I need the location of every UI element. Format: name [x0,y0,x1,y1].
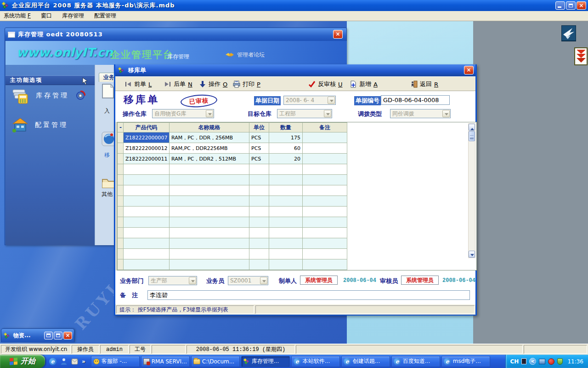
inventory-close-button[interactable]: × [333,30,343,39]
doc-no-input[interactable]: GD-08-06-04-0008 [381,95,450,105]
src-warehouse-combo[interactable]: 自用物资G库 [152,109,214,118]
dst-warehouse-label: 目标仓库 [248,110,271,118]
col-product-code[interactable]: 产品代码 [124,123,170,132]
col-qty[interactable]: 数量 [269,123,303,132]
clerk-combo[interactable]: SZ0001 [228,276,268,285]
operator-value-pane: admin [100,345,129,354]
dept-combo[interactable]: 生产部 [148,276,197,285]
menu-inventory[interactable]: 库存管理 [62,12,84,20]
menu-config[interactable]: 配置管理 [94,12,116,20]
dialog-close-button[interactable]: × [464,66,474,75]
sidebar-item-label: 配置管理 [35,121,68,129]
taskbar-button-rma[interactable]: RMA SERVICE [141,356,190,367]
vertical-scrollbar[interactable] [468,123,475,258]
mini-restore-button[interactable] [44,332,53,339]
action-button[interactable]: 操作O [197,79,229,90]
inventory-window-title: 库存管理 oedt 20080513 [18,30,103,39]
task-buttons: 客服部 -... RMA SERVICE C:\Docum... 库存管理...… [91,356,490,367]
next-doc-button[interactable]: 后单N [162,79,194,90]
table-row-empty[interactable] [118,228,347,238]
dropdown-arrow-icon[interactable] [206,110,213,117]
table-row-empty[interactable] [118,207,347,217]
keyboard-icon[interactable] [521,358,526,364]
table-row-empty[interactable] [118,175,347,185]
table-row-empty[interactable] [118,259,347,270]
messenger-quicklaunch-icon[interactable] [60,357,68,365]
dropdown-arrow-icon[interactable] [442,110,450,117]
handshake-icon [225,52,234,58]
table-row[interactable]: Z182222000012 RAM,PC，DDR2256MB PCS 60 [118,143,347,154]
menu-system[interactable]: 系统功能F [4,12,31,20]
table-row[interactable]: Z182222000007 RAM，PC，DDR，256MB PCS 175 [118,132,347,143]
taskbar-button-inventory[interactable]: 库存管理... [241,356,290,367]
minimize-button[interactable] [555,1,565,10]
taskbar-button-support[interactable]: 客服部 -... [91,356,140,367]
dropdown-arrow-icon[interactable] [328,97,335,104]
taskbar-button-topic[interactable]: e 创建话题... [341,356,390,367]
col-note[interactable]: 备注 [303,123,347,132]
module-name: 库存管理 [167,53,189,61]
client-area: RUYI 库存管理 oedt 20080513 × www.onlyIT.cn … [0,21,588,344]
bird-app-icon[interactable] [561,25,576,44]
taskbar-button-explorer[interactable]: C:\Docum... [191,356,240,367]
remark-input[interactable]: 李连碧 [147,290,470,300]
dept-label: 业务部门 [120,277,144,285]
scroll-up-button[interactable] [469,124,475,131]
app-icon [243,358,250,365]
scroll-down-button[interactable] [469,251,475,258]
table-row-empty[interactable] [118,217,347,228]
sidebar-item-config[interactable]: 配置管理 [12,116,68,134]
dropdown-arrow-icon[interactable] [260,277,267,284]
scrollbar-thumb[interactable] [469,131,475,141]
doc-no-label: 单据编号 [354,96,381,105]
unaudit-button[interactable]: 反审核U [306,79,345,90]
mini-maximize-button[interactable] [54,332,62,339]
table-row-empty[interactable] [118,238,347,249]
quicklaunch-overflow-chevron[interactable]: » [82,358,85,365]
table-row-empty[interactable] [118,164,347,175]
minimized-materials-window[interactable]: 物资... × [1,328,74,342]
dropdown-arrow-icon[interactable] [189,277,196,284]
print-button[interactable]: 打印P [231,79,262,90]
download-app-icon[interactable] [574,47,588,67]
start-button[interactable]: 开始 [0,355,45,368]
table-row-empty[interactable] [118,249,347,259]
outlook-quicklaunch-icon[interactable] [71,357,79,365]
close-button[interactable]: × [577,1,586,10]
forum-link[interactable]: 管理者论坛 [225,51,265,59]
transfer-type-combo[interactable]: 同价调拨 [390,109,451,118]
taskbar-button-site[interactable]: e 本站软件... [291,356,340,367]
app-icon [93,358,100,365]
inbound-doc-icon[interactable] [102,83,114,100]
dropdown-arrow-icon[interactable] [324,110,331,117]
ati-tray-icon[interactable] [548,358,554,365]
hint-text: 提示： 按F5键选择产品，F3键显示单据列表 [116,305,254,314]
ie-quicklaunch-icon[interactable]: e [49,357,57,365]
empty-pane [152,345,186,354]
language-indicator[interactable]: CH [510,358,519,365]
mini-close-button[interactable]: × [63,332,72,339]
return-button[interactable]: 返回R [408,79,440,90]
menu-window[interactable]: 窗口 [41,12,52,20]
desktop-gray-area [473,21,588,344]
cursor-icon [81,77,89,86]
worker-id-pane: 工号 [130,345,151,354]
taskbar-button-msd[interactable]: e msd电子... [441,356,490,367]
add-new-button[interactable]: 新增A [348,79,379,90]
corner-header: - [118,123,124,132]
table-row[interactable]: Z182222000011 RAM，PC，DDR2，512MB PCS 20 [118,154,347,164]
restore-button[interactable] [566,1,576,10]
dst-warehouse-combo[interactable]: 工程部 [277,109,332,118]
sidebar-item-inventory[interactable]: 库存管理 [12,87,85,104]
prev-doc-button[interactable]: 前单L [123,79,153,90]
update-shield-icon[interactable] [557,358,563,365]
hide-icons-chevron[interactable]: < [529,358,536,365]
col-unit[interactable]: 单位 [249,123,269,132]
table-row-empty[interactable] [118,196,347,207]
table-row-empty[interactable] [118,185,347,196]
doc-date-combo[interactable]: 2008- 6- 4 [283,96,336,105]
src-warehouse-label: 操作仓库 [123,110,147,118]
col-name-spec[interactable]: 名称规格 [170,123,249,132]
network-icon[interactable] [539,359,545,364]
taskbar-button-baidu[interactable]: e 百度知道... [391,356,440,367]
